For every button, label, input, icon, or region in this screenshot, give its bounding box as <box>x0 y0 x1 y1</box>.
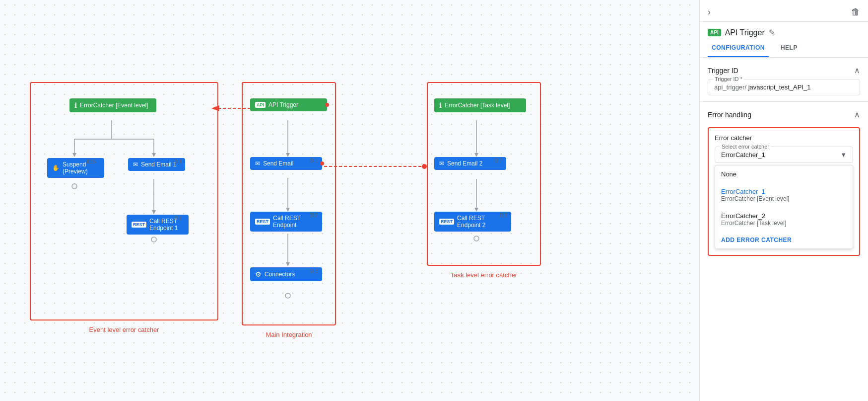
connectors-icon: ⚙ <box>255 270 262 278</box>
dropdown-item-errorcatcher1[interactable]: ErrorCatcher_1 ErrorCatcher [Event level… <box>715 183 853 207</box>
tab-help[interactable]: HELP <box>777 39 801 57</box>
close-panel-icon[interactable]: › <box>708 7 711 17</box>
main-label: Main Integration <box>266 331 312 338</box>
right-panel: › 🗑 API API Trigger ✎ CONFIGURATION HELP… <box>699 0 868 401</box>
call-rest-badge: REST <box>255 219 270 225</box>
svg-point-3 <box>422 164 427 169</box>
api-badge: API <box>708 29 721 36</box>
panel-body: Trigger ID ∧ Trigger ID * api_trigger/ j… <box>700 58 868 401</box>
trigger-id-title: Trigger ID <box>708 67 738 75</box>
suspend-icon: ✋ <box>52 164 60 171</box>
errorcatcher-task-node[interactable]: ℹ ErrorCatcher [Task level] <box>434 98 526 112</box>
call-rest-2-id: ID:8 <box>498 213 507 218</box>
send-email-2-icon: ✉ <box>439 160 444 167</box>
tab-configuration[interactable]: CONFIGURATION <box>708 39 769 57</box>
edit-title-icon[interactable]: ✎ <box>769 28 775 37</box>
trigger-id-field: Trigger ID * api_trigger/ javascript_tes… <box>708 79 860 95</box>
dropdown-item-none-label: None <box>721 170 847 178</box>
trigger-id-prefix: api_trigger/ <box>714 83 746 91</box>
error-handling-title: Error handling <box>708 111 751 119</box>
main-box: Main Integration <box>242 82 336 325</box>
errorcatcher-event-icon: ℹ <box>74 101 77 109</box>
error-catcher-box: Error catcher Select error catcher Error… <box>708 127 860 256</box>
select-value: ErrorCatcher_1 <box>721 151 765 159</box>
call-rest-1-id: ID:6 <box>173 216 182 221</box>
errorcatcher-task-label: ErrorCatcher [Task level] <box>445 102 510 109</box>
select-label: Select error catcher <box>720 144 771 150</box>
api-trigger-label: API Trigger <box>268 101 298 108</box>
dropdown-item-ec2-main: ErrorCatcher_2 <box>721 212 847 220</box>
task-level-label: Task level error catcher <box>451 271 517 279</box>
connectors-id: ID:3 <box>309 268 318 274</box>
panel-title-row: API API Trigger ✎ <box>700 22 868 39</box>
send-email-id: ID:1 <box>309 158 318 163</box>
dropdown-item-ec1-main: ErrorCatcher_1 <box>721 188 847 195</box>
suspend-id: ID:5 <box>87 159 96 164</box>
send-email-1-label: Send Email 1 <box>141 161 176 168</box>
api-trigger-node[interactable]: API API Trigger <box>250 98 327 111</box>
dropdown-menu: None ErrorCatcher_1 ErrorCatcher [Event … <box>715 165 853 249</box>
error-handling-header: Error handling ∧ <box>700 102 868 123</box>
panel-header: › 🗑 <box>700 0 868 22</box>
errorcatcher-event-label: ErrorCatcher [Event level] <box>80 102 148 109</box>
connectors-label: Connectors <box>265 271 295 278</box>
errorcatcher-task-icon: ℹ <box>439 101 442 109</box>
event-level-label: Event level error catcher <box>89 326 159 333</box>
canvas-area: Event level error catcher Main Integrati… <box>0 0 699 401</box>
event-level-box: Event level error catcher <box>30 82 218 321</box>
dropdown-item-ec1-sub: ErrorCatcher [Event level] <box>721 195 847 202</box>
send-email-icon: ✉ <box>255 160 260 167</box>
panel-title: API Trigger <box>725 28 765 37</box>
call-rest-1-badge: REST <box>132 222 146 228</box>
dropdown-arrow-icon: ▼ <box>840 151 847 159</box>
trigger-id-field-label: Trigger ID * <box>713 76 744 82</box>
dropdown-item-ec2-sub: ErrorCatcher [Task level] <box>721 220 847 227</box>
send-email-1-id: ID:4 <box>173 159 182 164</box>
add-error-catcher-button[interactable]: ADD ERROR CATCHER <box>715 232 853 248</box>
select-error-catcher-field[interactable]: Select error catcher ErrorCatcher_1 ▼ <box>715 147 853 163</box>
trigger-id-chevron[interactable]: ∧ <box>854 66 860 75</box>
error-handling-section: Error handling ∧ Error catcher Select er… <box>700 102 868 256</box>
send-email-1-icon: ✉ <box>133 161 138 168</box>
dropdown-item-none[interactable]: None <box>715 165 853 183</box>
call-rest-id: ID:2 <box>309 213 318 218</box>
select-value-row: ErrorCatcher_1 ▼ <box>721 151 847 159</box>
error-catcher-title: Error catcher <box>715 134 853 142</box>
panel-tabs: CONFIGURATION HELP <box>700 39 868 58</box>
call-rest-2-badge: REST <box>439 219 454 225</box>
errorcatcher-event-node[interactable]: ℹ ErrorCatcher [Event level] <box>69 98 156 112</box>
api-trigger-badge-canvas: API <box>255 102 266 108</box>
send-email-2-label: Send Email 2 <box>447 160 482 167</box>
send-email-label: Send Email <box>263 160 293 167</box>
delete-button[interactable]: 🗑 <box>851 7 860 17</box>
trigger-id-value: javascript_test_API_1 <box>748 83 811 91</box>
dropdown-item-errorcatcher2[interactable]: ErrorCatcher_2 ErrorCatcher [Task level] <box>715 207 853 232</box>
send-email-2-id: ID:7 <box>493 158 502 163</box>
error-handling-chevron[interactable]: ∧ <box>854 110 860 119</box>
